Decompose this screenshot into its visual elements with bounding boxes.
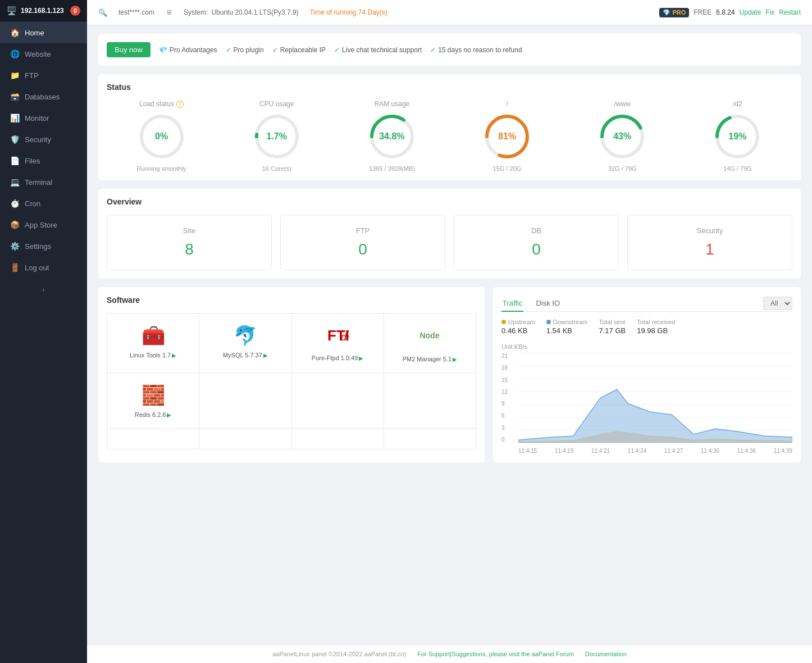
gauge-label-5: /d2: [733, 100, 742, 108]
sidebar-label-logout: Log out: [25, 264, 49, 272]
overview-card-ftp[interactable]: FTP 0: [280, 215, 445, 270]
software-icon-4: 🧱: [142, 383, 165, 407]
sidebar-item-ftp[interactable]: 📁FTP: [0, 65, 87, 86]
sidebar-label-settings: Settings: [25, 242, 51, 251]
sidebar-label-website: Website: [25, 50, 51, 58]
gauge-label-4: /www: [614, 100, 631, 108]
software-item-pure-ftpd-1.0.49[interactable]: FTPd Pure-Ftpd 1.0.49 ▶: [292, 314, 384, 373]
overview-title: Overview: [107, 197, 792, 206]
page-content: Buy now 💎 Pro Advantages ✓ Pro plugin ✓ …: [87, 25, 812, 644]
promo-refund: ✓ 15 days no reason to refund: [430, 46, 522, 54]
gauge-4: /www 43% 32G / 79G: [597, 100, 647, 172]
status-title: Status: [107, 83, 792, 92]
overview-card-security[interactable]: Security 1: [627, 215, 792, 270]
overview-value-3: 1: [639, 240, 781, 258]
total-sent-value: 7.17 GB: [599, 326, 626, 335]
sidebar-item-logout[interactable]: 🚪Log out: [0, 257, 87, 278]
gauge-5: /d2 19% 14G / 79G: [712, 100, 763, 172]
restart-link[interactable]: Restart: [779, 8, 801, 16]
gauge-wrap-3: 81%: [482, 111, 532, 162]
promo-ip: ✓ Replaceable IP: [272, 46, 326, 54]
software-item-redis-6.2.6[interactable]: 🧱 Redis 6.2.6 ▶: [107, 373, 199, 428]
gauge-label-3: /: [506, 100, 508, 108]
sidebar-item-files[interactable]: 📄Files: [0, 150, 87, 171]
update-link[interactable]: Update: [740, 8, 761, 16]
sidebar-item-website[interactable]: 🌐Website: [0, 43, 87, 65]
chart-inner: [518, 353, 792, 443]
nav-menu: 🏠Home🌐Website📁FTP🗃️Databases📊Monitor🛡️Se…: [0, 22, 87, 278]
ftp-icon: 📁: [10, 71, 19, 80]
software-icon-1: 🐬: [234, 324, 257, 347]
sidebar-label-home: Home: [25, 29, 44, 37]
gauge-value-0: 0%: [155, 131, 168, 142]
terminal-icon: 💻: [10, 178, 19, 187]
downstream-stat: Downstream 1.54 KB: [546, 319, 588, 335]
sidebar-item-security[interactable]: 🛡️Security: [0, 129, 87, 150]
sidebar-item-settings[interactable]: ⚙️Settings: [0, 235, 87, 257]
footer: aaPanelLinux panel ©2014-2022 aaPanel (b…: [87, 644, 812, 663]
sidebar-label-databases: Databases: [25, 93, 60, 101]
domain-info: test****.com: [118, 8, 154, 16]
traffic-tabs: TrafficDisk IO: [501, 296, 763, 311]
sidebar-label-terminal: Terminal: [25, 178, 52, 187]
traffic-tab-traffic[interactable]: Traffic: [501, 296, 523, 312]
gauge-3: / 81% 15G / 20G: [482, 100, 532, 172]
logout-icon: 🚪: [10, 263, 19, 272]
sidebar-item-databases[interactable]: 🗃️Databases: [0, 86, 87, 107]
sidebar-item-monitor[interactable]: 📊Monitor: [0, 107, 87, 129]
sidebar-item-appstore[interactable]: 📦App Store: [0, 214, 87, 235]
footer-support-link[interactable]: For Support|Suggestions, please visit th…: [417, 651, 574, 657]
gauge-value-3: 81%: [498, 131, 516, 142]
add-button[interactable]: ＋: [0, 278, 87, 302]
gauge-label-1: CPU usage: [259, 100, 294, 108]
system-info: System: Ubuntu 20.04.1 LTS(Py3.7.9): [184, 8, 299, 16]
software-item-pm2-manager-5.1[interactable]: Node PM2 Manager 5.1 ▶: [384, 314, 476, 373]
overview-label-1: FTP: [292, 226, 434, 235]
system-label: System:: [184, 8, 208, 16]
traffic-tab-disk-io[interactable]: Disk IO: [535, 296, 561, 312]
overview-value-1: 0: [292, 240, 434, 258]
sidebar-item-cron[interactable]: ⏱️Cron: [0, 193, 87, 214]
total-sent-label: Total sent: [599, 319, 626, 325]
diamond-promo-icon: 💎: [159, 46, 167, 54]
gauge-value-5: 19%: [728, 131, 746, 142]
gauge-label-0: Load status ?: [139, 100, 184, 108]
chart-unit: Unit:KB/s: [501, 343, 792, 350]
diamond-icon: 💎: [663, 9, 670, 16]
software-name-3: PM2 Manager 5.1 ▶: [403, 356, 457, 362]
gauge-label-2: RAM usage: [375, 100, 410, 108]
traffic-card: TrafficDisk IO All Upstream 0.46 KB Down…: [493, 287, 801, 462]
promo-plugin: ✓ Pro plugin: [226, 46, 264, 54]
software-empty-8: [107, 429, 199, 449]
total-sent-stat: Total sent 7.17 GB: [599, 319, 626, 335]
free-label: FREE: [694, 8, 711, 16]
software-item-mysql-5.7.37[interactable]: 🐬 MySQL 5.7.37 ▶: [199, 314, 291, 373]
chart-area: 211815129630: [501, 353, 792, 454]
files-icon: 📄: [10, 156, 19, 165]
overview-label-3: Security: [639, 226, 781, 235]
gauge-value-2: 34.8%: [379, 131, 404, 142]
main-content: 🔍 test****.com 🖥 System: Ubuntu 20.04.1 …: [87, 0, 812, 663]
gauge-sub-4: 32G / 79G: [608, 165, 637, 172]
traffic-stats: Upstream 0.46 KB Downstream 1.54 KB Tota…: [501, 319, 792, 335]
gauge-wrap-5: 19%: [712, 111, 763, 162]
software-card: Software 🧰 Linux Tools 1.7 ▶ 🐬 MySQL 5.7…: [98, 287, 485, 462]
search-icon: 🔍: [98, 8, 107, 17]
buy-now-button[interactable]: Buy now: [107, 42, 150, 57]
overview-label-2: DB: [466, 226, 607, 235]
software-empty-11: [384, 429, 476, 449]
sidebar-item-home[interactable]: 🏠Home: [0, 22, 87, 43]
footer-docs-link[interactable]: Documentation: [585, 651, 627, 657]
software-item-linux-tools-1.7[interactable]: 🧰 Linux Tools 1.7 ▶: [107, 314, 199, 373]
sidebar: 🖥️ 192.168.1.123 0 🏠Home🌐Website📁FTP🗃️Da…: [0, 0, 87, 663]
gauge-value-1: 1.7%: [267, 131, 287, 142]
traffic-filter-select[interactable]: All: [763, 297, 792, 310]
sidebar-label-files: Files: [25, 157, 40, 165]
sidebar-item-terminal[interactable]: 💻Terminal: [0, 171, 87, 193]
software-grid: 🧰 Linux Tools 1.7 ▶ 🐬 MySQL 5.7.37 ▶ FTP…: [107, 313, 476, 449]
fix-link[interactable]: Fix: [765, 8, 774, 16]
gauge-sub-3: 15G / 20G: [493, 165, 522, 172]
chart-x-labels: 11:4:1511:4:1911:4:2111:4:2411:4:2711:4:…: [518, 448, 792, 454]
overview-card-site[interactable]: Site 8: [107, 215, 272, 270]
overview-card-db[interactable]: DB 0: [454, 215, 619, 270]
